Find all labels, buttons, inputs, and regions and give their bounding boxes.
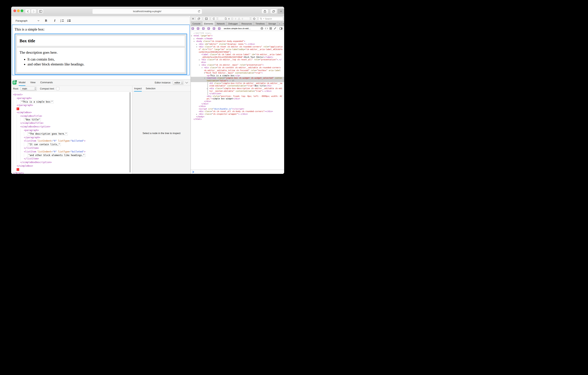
zoom-window-button[interactable] bbox=[21, 10, 23, 12]
simple-box-title-field[interactable]: Box title bbox=[17, 36, 185, 46]
resource-summary-pill[interactable]: 4 0 0 bbox=[218, 17, 250, 21]
simple-box-widget[interactable]: Box title The description goes here. It … bbox=[15, 33, 187, 75]
dom-tree-line[interactable]: </html> bbox=[191, 118, 284, 120]
devtools-tab-timelines[interactable]: Timelines bbox=[254, 22, 267, 26]
reload-button[interactable] bbox=[198, 10, 200, 13]
simple-box-description-field[interactable]: The description goes here. It can contai… bbox=[17, 48, 185, 72]
expanded-arrow-icon[interactable]: ▼ bbox=[199, 64, 201, 66]
bulleted-list-button[interactable] bbox=[67, 20, 71, 22]
dom-tree-line[interactable]: ▼<html lang="en"> bbox=[191, 34, 284, 37]
dom-tree-line[interactable]: <label class="ck ck-label ck-voice-label… bbox=[191, 53, 284, 58]
model-tree-line[interactable]: <simpleBox> bbox=[13, 111, 132, 114]
element-badge[interactable]: E bbox=[197, 27, 199, 30]
dom-tree-line[interactable]: ▼<section class="simple-box ck-widget ck… bbox=[191, 77, 284, 82]
paint-icon[interactable] bbox=[273, 27, 276, 30]
model-tree-pane[interactable]: <$root><paragraph>"This is a simple box:… bbox=[11, 92, 132, 174]
model-tree-line[interactable]: "It can contain lists," bbox=[13, 143, 132, 146]
collapsed-arrow-icon[interactable]: ▶ bbox=[194, 38, 196, 40]
share-button[interactable] bbox=[262, 9, 268, 14]
devtools-tab-console[interactable]: Console bbox=[191, 22, 202, 26]
inspector-tab-selection[interactable]: Selection bbox=[146, 86, 155, 92]
heading-dropdown[interactable]: Paragraph bbox=[16, 19, 39, 22]
model-tree-line[interactable]: "Box title" bbox=[13, 118, 132, 121]
element-badge[interactable]: E bbox=[218, 27, 220, 30]
dom-tree-line[interactable]: </body> bbox=[191, 115, 284, 118]
model-tree-line[interactable]: "and other block elements like headings.… bbox=[13, 154, 132, 157]
dom-tree-line[interactable]: ▶<div class="ck ck-editor__top ck-reset_… bbox=[191, 58, 284, 64]
model-tree-line[interactable]: </listItem> bbox=[13, 146, 132, 150]
sidebar-toggle-button[interactable] bbox=[38, 9, 43, 14]
model-tree-line[interactable]: </paragraph> bbox=[13, 103, 132, 107]
model-tree-line[interactable]: </$root> bbox=[13, 171, 132, 174]
list-item[interactable]: and other block elements like headings. bbox=[27, 62, 182, 67]
dom-tree-line[interactable]: ▼<div class="ck ck-content ck-editor__ed… bbox=[191, 66, 284, 74]
model-tree-line[interactable]: <simpleBoxTitle> bbox=[13, 114, 132, 118]
model-tree-line[interactable]: </paragraph> bbox=[13, 136, 132, 139]
model-tree-line[interactable]: <listItem listIndent="0" listType="bulle… bbox=[13, 150, 132, 154]
numbered-list-button[interactable]: 1 2 bbox=[60, 20, 64, 22]
minimize-window-button[interactable] bbox=[17, 10, 20, 12]
collapse-chevron-icon[interactable] bbox=[185, 82, 188, 84]
collapsed-arrow-icon[interactable]: ▶ bbox=[199, 59, 201, 61]
model-tree-line[interactable]: "The description goes here." bbox=[13, 132, 132, 136]
inspector-tab-inspect[interactable]: Inspect bbox=[134, 86, 142, 92]
element-badge[interactable]: E bbox=[191, 27, 194, 30]
devtools-tab-storage[interactable]: Storage bbox=[267, 22, 278, 26]
reload-page-button[interactable] bbox=[211, 17, 217, 21]
source-code-icon[interactable] bbox=[265, 27, 268, 30]
dom-tree-line[interactable]: <p>This is a simple box:</p> bbox=[191, 74, 284, 77]
close-window-button[interactable] bbox=[13, 10, 16, 12]
expanded-arrow-icon[interactable]: ▼ bbox=[196, 46, 199, 48]
expanded-arrow-icon[interactable]: ▼ bbox=[191, 35, 193, 37]
italic-button[interactable]: I bbox=[53, 19, 57, 22]
back-button[interactable] bbox=[25, 9, 31, 14]
devtools-tab-debugger[interactable]: Debugger bbox=[227, 22, 240, 26]
dom-tree-line[interactable]: ▼<body class="ck-inspector-body-expanded… bbox=[191, 40, 284, 43]
model-tree-scrollbar[interactable] bbox=[129, 92, 131, 173]
collapsed-arrow-icon[interactable]: ▶ bbox=[207, 88, 209, 90]
compact-text-checkbox[interactable] bbox=[56, 87, 59, 90]
intro-paragraph[interactable]: This is a simple box: bbox=[15, 27, 187, 32]
undock-button[interactable] bbox=[196, 17, 202, 21]
breadcrumb-current[interactable]: section.simple-box.ck-wid… bbox=[224, 27, 260, 30]
dom-tree-line[interactable]: ▶<head>…</head> bbox=[191, 37, 284, 40]
dom-tree-line[interactable]: ▼<div class="ck ck-reset ck-editor ck-ro… bbox=[191, 45, 284, 53]
dom-tree-line[interactable]: <!DOCTYPE html> bbox=[191, 32, 284, 34]
dom-tree-line[interactable]: </div> bbox=[191, 103, 284, 105]
close-devtools-button[interactable]: ✕ bbox=[192, 17, 194, 21]
model-tree-line[interactable]: </simpleBox> bbox=[13, 164, 132, 168]
dom-tree-line[interactable]: <script src="dist/bundle.js"></script> bbox=[191, 108, 284, 110]
dom-tree-line[interactable]: </div> bbox=[191, 100, 284, 103]
expanded-arrow-icon[interactable]: ▼ bbox=[201, 66, 204, 69]
url-address-bar[interactable]: localhost/creating-a-plugin/ bbox=[92, 9, 202, 14]
model-tree-line[interactable]: <listItem listIndent="0" listType="bulle… bbox=[13, 139, 132, 143]
dom-tree-line[interactable]: <h1 class="simple-box-title ck-editor__e… bbox=[191, 82, 284, 87]
new-tab-button[interactable]: + bbox=[278, 9, 284, 14]
model-tree-line[interactable]: </listItem> bbox=[13, 157, 132, 161]
details-sidebar-icon[interactable] bbox=[279, 27, 283, 30]
console-prompt-row[interactable] bbox=[191, 170, 284, 174]
collapsed-arrow-icon[interactable]: ▶ bbox=[196, 113, 199, 115]
dom-tree-line[interactable]: ▶<div class="ck-inspector-wrapper">…</di… bbox=[191, 113, 284, 115]
model-tree-line[interactable]: <paragraph> bbox=[13, 129, 132, 132]
inspector-tab-view[interactable]: View bbox=[30, 80, 35, 86]
add-tab-icon[interactable]: + bbox=[282, 22, 284, 26]
devtools-tab-network[interactable]: Network bbox=[215, 22, 227, 26]
model-tree-line[interactable]: ] bbox=[13, 168, 132, 171]
expanded-arrow-icon[interactable]: ▼ bbox=[194, 40, 196, 43]
dom-tree-line[interactable]: ▶<div id="editor" style="display: none;"… bbox=[191, 43, 284, 45]
dock-bottom-button[interactable] bbox=[203, 17, 210, 21]
model-tree-line[interactable]: "This is a simple box:" bbox=[13, 100, 132, 104]
devtools-tab-elements[interactable]: Elements bbox=[202, 22, 215, 26]
dom-tree-line[interactable]: </section> bbox=[191, 92, 284, 95]
collapsed-arrow-icon[interactable]: ▶ bbox=[196, 43, 199, 45]
model-tree-line[interactable]: [ bbox=[13, 107, 132, 111]
show-all-tabs-button[interactable] bbox=[270, 9, 277, 14]
grid-icon[interactable] bbox=[269, 27, 272, 30]
dom-tree-line[interactable]: </div> bbox=[191, 105, 284, 108]
editor-instance-select[interactable]: editor bbox=[173, 81, 184, 85]
devtools-tab-resources[interactable]: Resources bbox=[240, 22, 254, 26]
printer-icon[interactable] bbox=[261, 27, 263, 30]
model-tree-line[interactable]: </simpleBoxTitle> bbox=[13, 121, 132, 125]
editor-editable-area[interactable]: This is a simple box: Box title The desc… bbox=[12, 25, 190, 75]
